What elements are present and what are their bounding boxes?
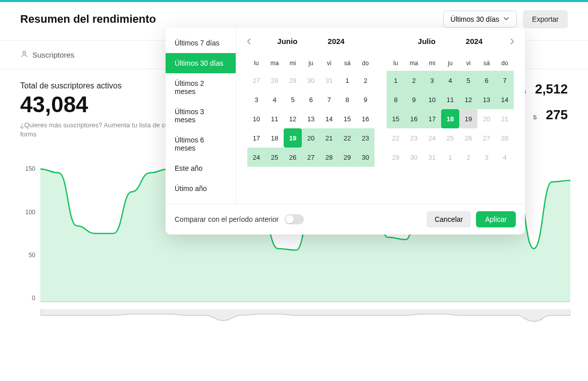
date-picker-popover: Últimos 7 díasÚltimos 30 díasÚltimos 2 m… — [166, 28, 525, 234]
calendar-day[interactable]: 11 — [265, 109, 284, 128]
calendar-dow: mi — [423, 56, 441, 71]
calendar-day[interactable]: 9 — [356, 90, 375, 109]
calendar-day[interactable]: 3 — [423, 71, 441, 90]
calendar-day[interactable]: 6 — [477, 71, 496, 90]
calendar-dow: vi — [320, 56, 338, 71]
calendar-day[interactable]: 18 — [265, 128, 284, 148]
chevron-down-icon — [503, 15, 509, 23]
calendar-left: Junio2024lumamijuvisádo27282930311234567… — [241, 37, 381, 195]
calendar-day[interactable]: 12 — [459, 90, 477, 109]
calendar-day[interactable]: 5 — [284, 90, 302, 109]
compare-toggle[interactable] — [285, 214, 304, 224]
calendar-day[interactable]: 24 — [247, 148, 265, 167]
calendar-day[interactable]: 16 — [356, 109, 375, 128]
calendar-day: 31 — [423, 148, 441, 167]
calendar-day[interactable]: 15 — [387, 109, 405, 128]
calendar-dow: sá — [338, 56, 356, 71]
calendar-day[interactable]: 7 — [320, 90, 338, 109]
calendar-day[interactable]: 10 — [247, 109, 265, 128]
preset-item[interactable]: Últimos 7 días — [166, 33, 236, 53]
calendar-dow: ma — [265, 56, 284, 71]
user-icon — [20, 50, 28, 60]
calendar-day[interactable]: 19 — [284, 128, 302, 148]
calendar-header: Junio2024 — [247, 37, 375, 45]
calendar-day: 23 — [405, 128, 423, 148]
calendar-day[interactable]: 2 — [356, 71, 375, 90]
popover-footer: Comparar con el período anterior Cancela… — [166, 204, 525, 234]
calendar-day[interactable]: 30 — [356, 148, 375, 167]
calendar-day: 27 — [247, 71, 265, 90]
calendar-day[interactable]: 14 — [320, 109, 338, 128]
calendar-day[interactable]: 13 — [477, 90, 496, 109]
calendar-day: 29 — [284, 71, 302, 90]
calendar-day[interactable]: 22 — [338, 128, 356, 148]
calendar-dow: vi — [459, 56, 477, 71]
preset-item[interactable]: Últimos 30 días — [166, 53, 236, 73]
prev-month-button[interactable] — [243, 36, 254, 49]
calendar-day[interactable]: 3 — [247, 90, 265, 109]
popover-body: Últimos 7 díasÚltimos 30 díasÚltimos 2 m… — [166, 28, 525, 204]
calendar-day[interactable]: 10 — [423, 90, 441, 109]
calendar-day[interactable]: 8 — [387, 90, 405, 109]
calendar-day[interactable]: 29 — [338, 148, 356, 167]
calendar-day[interactable]: 11 — [441, 90, 459, 109]
calendar-dow: do — [496, 56, 514, 71]
apply-button[interactable]: Aplicar — [476, 211, 516, 227]
calendar-day[interactable]: 17 — [423, 109, 441, 128]
tab-subscribers[interactable]: Suscriptores — [20, 41, 74, 69]
calendar-right: Julio2024lumamijuvisádo12345678910111213… — [381, 37, 520, 195]
calendar-day[interactable]: 28 — [320, 148, 338, 167]
calendar-day[interactable]: 7 — [496, 71, 514, 90]
compare-row: Comparar con el período anterior — [175, 214, 304, 224]
calendar-day[interactable]: 5 — [459, 71, 477, 90]
calendar-day[interactable]: 6 — [302, 90, 320, 109]
calendar-day[interactable]: 1 — [387, 71, 405, 90]
cancel-button[interactable]: Cancelar — [426, 211, 471, 227]
y-tick: 0 — [20, 295, 35, 302]
preset-list: Últimos 7 díasÚltimos 30 díasÚltimos 2 m… — [166, 28, 236, 204]
y-tick: 50 — [20, 252, 35, 259]
calendar-day: 4 — [496, 148, 514, 167]
calendar-header: Julio2024 — [387, 37, 514, 45]
calendar-day[interactable]: 8 — [338, 90, 356, 109]
svg-point-0 — [23, 52, 25, 54]
calendar-day: 20 — [477, 109, 496, 128]
calendar-day[interactable]: 14 — [496, 90, 514, 109]
calendar-dow: ju — [302, 56, 320, 71]
calendar-day[interactable]: 1 — [338, 71, 356, 90]
preset-item[interactable]: Últimos 6 meses — [166, 130, 236, 158]
calendar-day[interactable]: 17 — [247, 128, 265, 148]
calendar-day: 21 — [496, 109, 514, 128]
calendar-day[interactable]: 26 — [284, 148, 302, 167]
export-button[interactable]: Exportar — [523, 10, 568, 28]
calendar-dow: lu — [387, 56, 405, 71]
calendar-day[interactable]: 9 — [405, 90, 423, 109]
calendar-day[interactable]: 13 — [302, 109, 320, 128]
stat-row-other: s 275 — [533, 107, 568, 123]
preset-item[interactable]: Este año — [166, 158, 236, 178]
date-range-dropdown[interactable]: Últimos 30 días — [443, 11, 517, 28]
calendar-day[interactable]: 15 — [338, 109, 356, 128]
calendar-day: 1 — [441, 148, 459, 167]
calendar-day[interactable]: 4 — [265, 90, 284, 109]
calendar-day: 27 — [477, 128, 496, 148]
calendar-day[interactable]: 4 — [441, 71, 459, 90]
calendar-day[interactable]: 12 — [284, 109, 302, 128]
calendar-day: 3 — [477, 148, 496, 167]
calendar-day[interactable]: 2 — [405, 71, 423, 90]
preset-item[interactable]: Últimos 3 meses — [166, 102, 236, 130]
calendar-grid: lumamijuvisádo12345678910111213141516171… — [387, 56, 514, 167]
calendar-day[interactable]: 27 — [302, 148, 320, 167]
calendar-day[interactable]: 19 — [459, 109, 477, 128]
calendar-dow: mi — [284, 56, 302, 71]
calendar-day[interactable]: 20 — [302, 128, 320, 148]
preset-item[interactable]: Últimos 2 meses — [166, 73, 236, 102]
calendar-day[interactable]: 21 — [320, 128, 338, 148]
calendar-day[interactable]: 16 — [405, 109, 423, 128]
calendar-day[interactable]: 23 — [356, 128, 375, 148]
calendar-day[interactable]: 25 — [265, 148, 284, 167]
next-month-button[interactable] — [507, 36, 518, 49]
preset-item[interactable]: Útimo año — [166, 178, 236, 199]
calendar-day: 24 — [423, 128, 441, 148]
calendar-day[interactable]: 18 — [441, 109, 459, 128]
